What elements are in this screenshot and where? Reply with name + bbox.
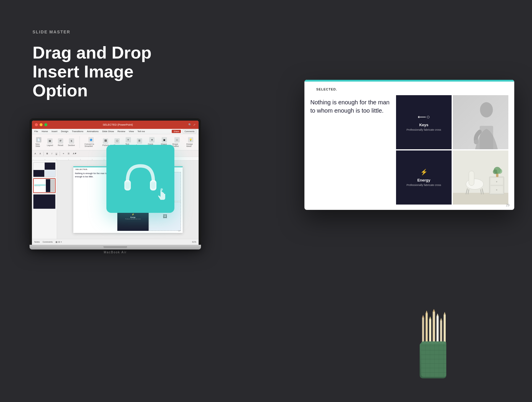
ppt-window-icons: 🔍 ⤢: [188, 123, 196, 126]
status-comments[interactable]: Comments: [43, 241, 53, 243]
svg-rect-67: [421, 341, 446, 344]
svg-marker-51: [440, 318, 442, 321]
font-size-2[interactable]: A: [39, 152, 42, 155]
new-slide-icon[interactable]: 📄: [36, 137, 41, 142]
ribbon-layout-group: ▤ Layout: [46, 138, 54, 147]
section-icon[interactable]: §: [69, 138, 74, 144]
headphone-svg: [120, 155, 161, 202]
align-center-btn[interactable]: ☰: [67, 152, 70, 155]
status-zoom: 61%: [192, 241, 196, 243]
menu-item-slideshow[interactable]: Slide Show: [102, 130, 114, 133]
svg-point-2: [480, 102, 493, 117]
ribbon-reset-group: ↺ Reset: [57, 138, 64, 147]
textbox-icon[interactable]: T: [126, 137, 131, 142]
large-preview-card: SELECTED. Nothing is enough for the man …: [304, 80, 514, 210]
shapeoutline-icon[interactable]: □: [174, 137, 180, 142]
arrange-icon[interactable]: ☰: [137, 138, 142, 144]
mini-energy-sub: Professionally fabricate cross: [125, 218, 141, 220]
slide-thumb-2-inner: Nothing is enough: [34, 179, 55, 192]
close-dot[interactable]: [35, 123, 38, 126]
svg-rect-8: [469, 171, 474, 185]
pencil-cup: [420, 343, 446, 378]
svg-rect-38: [151, 181, 155, 189]
energy-title: Energy: [417, 178, 430, 182]
font-color-btn[interactable]: A▼: [72, 152, 78, 155]
status-view-icons: ▦ ⊞ ≡: [56, 241, 62, 243]
menu-item-home[interactable]: Home: [42, 130, 48, 133]
layout-icon[interactable]: ▤: [47, 138, 53, 144]
font-size-1[interactable]: A: [34, 152, 37, 155]
comments-button[interactable]: Comments: [183, 129, 196, 133]
ppt-slide-panel[interactable]: Nothing is enough: [32, 161, 57, 239]
shapes-icon[interactable]: ⬡: [114, 138, 120, 144]
bold-btn[interactable]: B: [46, 152, 49, 155]
left-section: SLIDE MASTER Drag and Drop Insert Image …: [33, 30, 157, 100]
menu-item-animations[interactable]: Animations: [87, 130, 99, 133]
search-icon[interactable]: 🔍: [188, 123, 192, 126]
section-label: SLIDE MASTER: [33, 30, 157, 34]
designideas-label: Design Ideas: [186, 143, 195, 147]
svg-rect-6: [453, 193, 508, 205]
ribbon-section-group: § Section: [67, 138, 76, 147]
slide-page-number: 29: [178, 230, 180, 232]
thumb-cell-1: [33, 163, 44, 170]
slide-thumb-1-grid: [33, 163, 55, 177]
section-label: Section: [68, 144, 75, 146]
ribbon-convertsmartart-group: 🔷 Convert to SmartArt: [83, 137, 99, 148]
keys-title: Keys: [419, 123, 428, 127]
picture-icon[interactable]: 🖼: [103, 138, 108, 144]
heading-line1: Drag and Drop: [33, 43, 152, 62]
pencil-cup-wrapper: [420, 343, 446, 378]
menu-item-transitions[interactable]: Transitions: [72, 130, 83, 133]
align-left-btn[interactable]: ≡: [62, 152, 65, 155]
svg-marker-45: [429, 316, 431, 319]
slide-thumb-2-active[interactable]: Nothing is enough: [33, 178, 56, 193]
smartart-icon[interactable]: 🔷: [88, 137, 94, 142]
svg-point-4: [474, 140, 479, 144]
share-button[interactable]: Share: [172, 130, 181, 133]
ribbon-new-slide-group: 📄 New Slide: [34, 137, 43, 148]
heading-line3: Option: [33, 81, 88, 100]
slide-thumb-3[interactable]: [33, 194, 56, 209]
preview-label: SELECTED.: [310, 84, 508, 91]
ppt-menubar: File Home Insert Design Transitions Anim…: [32, 129, 199, 134]
ppt-share-area: Share Comments: [172, 129, 196, 133]
ppt-window-title: SELECTED (PowerPoint): [103, 123, 133, 126]
underline-btn[interactable]: U: [55, 152, 58, 155]
designideas-icon[interactable]: 💡: [188, 137, 193, 142]
ribbon-designideas-group: 💡 Design Ideas: [185, 137, 196, 148]
menu-item-design[interactable]: Design: [61, 130, 68, 133]
svg-marker-49: [437, 313, 439, 316]
italic-btn[interactable]: I: [51, 152, 53, 155]
key-icon: ⟵○: [418, 113, 430, 120]
cup-body-svg: [420, 341, 448, 378]
menu-item-review[interactable]: Review: [118, 130, 125, 133]
menu-item-view[interactable]: View: [129, 130, 134, 133]
headphone-floating-element: [106, 145, 174, 213]
reset-icon[interactable]: ↺: [58, 138, 63, 144]
quickstyles-icon[interactable]: ✦: [149, 137, 155, 142]
svg-marker-47: [433, 309, 435, 312]
resize-icon[interactable]: ⤢: [193, 123, 196, 126]
grid-cell-keys: ⟵○ Keys Professionally fabricate cross: [396, 95, 452, 149]
grid-cell-energy: ⚡ Energy Professionally fabricate cross: [396, 150, 452, 205]
preview-text-block: Nothing is enough for the man to whom en…: [310, 95, 393, 205]
reset-label: Reset: [58, 144, 63, 146]
maximize-dot[interactable]: [44, 123, 47, 126]
menu-item-tellme[interactable]: Tell me: [137, 130, 145, 133]
minimize-dot[interactable]: [40, 123, 43, 126]
svg-point-39: [160, 188, 163, 191]
energy-subtitle: Professionally fabricate cross: [406, 184, 441, 187]
slide-thumb-1[interactable]: [33, 162, 56, 177]
shapefill-icon[interactable]: ▣: [162, 137, 167, 142]
large-preview-page-number: 29: [506, 203, 510, 207]
menu-item-insert[interactable]: Insert: [51, 130, 57, 133]
keys-subtitle: Professionally fabricate cross: [406, 128, 441, 131]
macbook-brand-label: MacBook Air: [30, 251, 201, 254]
lightning-icon: ⚡: [420, 168, 428, 176]
grid-cell-person-photo: [453, 95, 508, 149]
menu-item-file[interactable]: File: [34, 130, 38, 133]
status-notes[interactable]: Notes: [34, 241, 40, 243]
new-slide-label: New Slide: [35, 143, 42, 147]
thumb-cell-3: [33, 170, 44, 177]
